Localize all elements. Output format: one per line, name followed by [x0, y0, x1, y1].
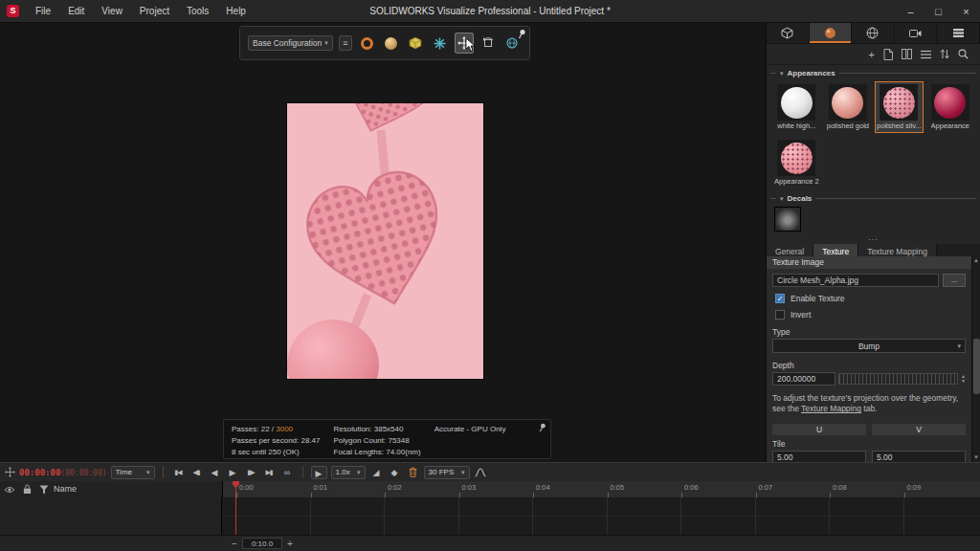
playback-speed-label: 1.0x [336, 468, 350, 476]
menu-edit[interactable]: Edit [59, 6, 93, 16]
browse-texture-button[interactable]: ... [943, 274, 966, 287]
lock-icon[interactable] [23, 484, 32, 495]
decal-thumbnail[interactable] [774, 207, 801, 231]
ruler-label: 0:00 [239, 483, 254, 492]
appearances-header-label: Appearances [788, 69, 835, 77]
timeline-range-value[interactable]: 0:10.0 [242, 538, 282, 549]
stat-time-remaining: 8 sec until 250 (OK) [232, 448, 321, 456]
texture-hint-text: To adjust the texture's projection over … [772, 393, 966, 415]
stat-passes-per-second: Passes per second: 28.47 [232, 436, 321, 445]
ease-ramp-icon[interactable]: ◢ [369, 468, 384, 477]
timeline-grid[interactable] [222, 497, 980, 535]
render-animation-button[interactable]: ▶ [311, 466, 327, 479]
timeline-grid-line [755, 497, 756, 535]
fps-select[interactable]: 30 FPS ▾ [424, 466, 470, 479]
tab-environments[interactable] [852, 23, 895, 43]
play-backward-button[interactable]: ◀ [208, 466, 222, 479]
step-forward-button[interactable]: ▮▶ [244, 466, 258, 479]
panel-scrollbar[interactable]: ▲ ▼ [971, 256, 980, 462]
pan-icon[interactable] [5, 467, 15, 477]
stats-pin-icon[interactable] [538, 423, 546, 432]
playhead-line[interactable] [235, 481, 236, 535]
texture-image-input[interactable] [772, 274, 939, 287]
depth-slider[interactable] [838, 373, 958, 385]
tab-appearances[interactable] [810, 23, 853, 43]
tab-models[interactable] [767, 23, 810, 43]
depth-input[interactable] [772, 372, 835, 386]
panel-splitter[interactable]: ... [767, 233, 980, 241]
list-view-button[interactable] [921, 50, 931, 59]
playback-speed-select[interactable]: 1.0x ▾ [331, 466, 366, 479]
appearances-section-header[interactable]: ▾ Appearances [767, 65, 980, 79]
close-button[interactable]: × [952, 0, 980, 23]
swatch-white-highgloss[interactable]: white high... [772, 81, 821, 133]
tile-v-input[interactable] [872, 451, 966, 462]
play-button[interactable]: ▶ [226, 466, 240, 479]
texture-mapping-link[interactable]: Texture Mapping [801, 404, 861, 413]
menu-view[interactable]: View [93, 6, 131, 16]
timeline-grid-line [310, 497, 311, 535]
chevron-down-icon: ▾ [461, 469, 465, 476]
skip-to-end-button[interactable]: ▶▮ [262, 466, 277, 479]
menu-tools[interactable]: Tools [178, 6, 217, 16]
swatch-thumbnail [777, 84, 815, 121]
split-view-button[interactable] [902, 49, 912, 59]
configuration-list-button[interactable]: ≡ [339, 35, 352, 51]
model-mode-icon[interactable] [407, 33, 425, 54]
add-appearance-button[interactable]: + [869, 50, 875, 59]
filter-icon[interactable] [39, 485, 49, 495]
appearance-toolbar: + [767, 44, 980, 65]
decals-section-header[interactable]: ▾ Decals [767, 190, 980, 205]
enable-texture-checkbox[interactable]: ✓ [775, 294, 785, 303]
menu-project[interactable]: Project [131, 6, 178, 16]
zoom-out-button[interactable]: − [230, 539, 239, 549]
scroll-down-icon[interactable]: ▼ [972, 453, 980, 462]
enable-texture-row[interactable]: ✓ Enable Texture [775, 294, 963, 303]
menu-file[interactable]: File [27, 6, 59, 16]
chevron-down-icon: ▾ [957, 342, 961, 350]
skip-to-start-button[interactable]: ▮◀ [171, 466, 186, 479]
invert-row[interactable]: Invert [775, 310, 963, 320]
invert-checkbox[interactable] [775, 310, 785, 320]
appearance-mode-icon[interactable] [358, 33, 376, 54]
import-appearance-button[interactable] [883, 49, 893, 60]
swatch-polished-gold[interactable]: polished gold [824, 81, 872, 133]
delete-keyframe-icon[interactable] [406, 467, 420, 477]
zoom-in-button[interactable]: + [285, 539, 295, 549]
tab-scenes[interactable] [937, 23, 980, 43]
tile-label: Tile [772, 439, 966, 449]
render-viewport[interactable]: Base Configuration ▾ ≡ Passes: 22 / 3 [0, 23, 766, 462]
scrollbar-thumb[interactable] [973, 339, 980, 394]
configuration-select[interactable]: Base Configuration ▾ [248, 35, 333, 51]
animation-curve-icon[interactable] [474, 468, 488, 477]
swatch-polished-silver[interactable]: polished silv... [875, 81, 924, 133]
depth-spinner[interactable]: ▲ ▼ [961, 374, 966, 384]
scroll-up-icon[interactable]: ▲ [972, 256, 980, 265]
sort-button[interactable] [940, 49, 949, 59]
window-title: SOLIDWORKS Visualize Professional - Unti… [369, 6, 611, 16]
texture-type-select[interactable]: Bump ▾ [772, 339, 966, 353]
step-back-button[interactable]: ◀▮ [189, 466, 204, 479]
timeline-ruler[interactable]: 0:000:010:020:030:040:050:060:070:080:09 [222, 481, 980, 497]
effects-mode-icon[interactable] [431, 33, 449, 54]
rotate-tool-icon[interactable] [479, 33, 498, 54]
timeline-name-column[interactable] [0, 497, 222, 535]
maximize-button[interactable]: □ [924, 0, 952, 23]
visibility-eye-icon[interactable] [4, 486, 15, 494]
search-icon[interactable] [958, 49, 969, 59]
timeline-grid-line [829, 497, 830, 535]
environment-mode-icon[interactable] [382, 33, 400, 54]
tile-u-input[interactable] [772, 451, 866, 462]
swatch-appearance-2[interactable]: Appearance 2 [772, 137, 821, 188]
swatch-appearance[interactable]: Appearance [926, 81, 974, 133]
menu-help[interactable]: Help [217, 6, 255, 16]
spin-down-icon[interactable]: ▼ [961, 379, 966, 384]
timeline-mode-select[interactable]: Time ▾ [111, 466, 155, 479]
type-label: Type [772, 327, 966, 337]
pin-icon[interactable] [517, 29, 526, 39]
tab-cameras[interactable] [895, 23, 938, 43]
loop-button[interactable]: ∞ [280, 466, 295, 479]
add-keyframe-icon[interactable]: ◆ [388, 468, 402, 477]
minimize-button[interactable]: – [897, 0, 924, 23]
swatch-label: Appearance [931, 121, 969, 130]
